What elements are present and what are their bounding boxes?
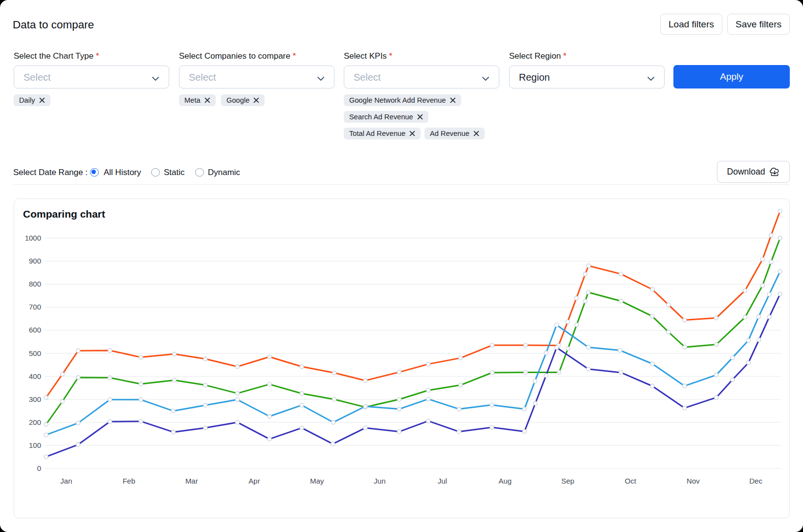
svg-text:Jun: Jun (374, 477, 385, 485)
svg-text:100: 100 (29, 441, 41, 449)
svg-text:Jan: Jan (60, 477, 72, 485)
svg-text:800: 800 (29, 280, 41, 288)
svg-text:200: 200 (29, 418, 41, 426)
svg-text:300: 300 (29, 395, 41, 403)
svg-text:1000: 1000 (25, 234, 41, 242)
svg-text:500: 500 (29, 349, 41, 357)
svg-text:600: 600 (29, 326, 41, 334)
svg-text:900: 900 (29, 257, 41, 265)
svg-text:0: 0 (37, 464, 41, 472)
svg-text:Sep: Sep (561, 477, 575, 485)
svg-text:Nov: Nov (687, 477, 700, 485)
svg-text:Dec: Dec (749, 477, 762, 485)
svg-text:Aug: Aug (498, 477, 512, 485)
svg-text:700: 700 (29, 303, 41, 311)
svg-text:Feb: Feb (123, 477, 135, 485)
svg-text:May: May (310, 477, 324, 485)
svg-text:Mar: Mar (185, 477, 198, 485)
svg-text:Jul: Jul (438, 477, 447, 485)
svg-text:400: 400 (29, 372, 41, 380)
svg-text:Oct: Oct (625, 477, 637, 485)
svg-text:Apr: Apr (248, 477, 260, 485)
